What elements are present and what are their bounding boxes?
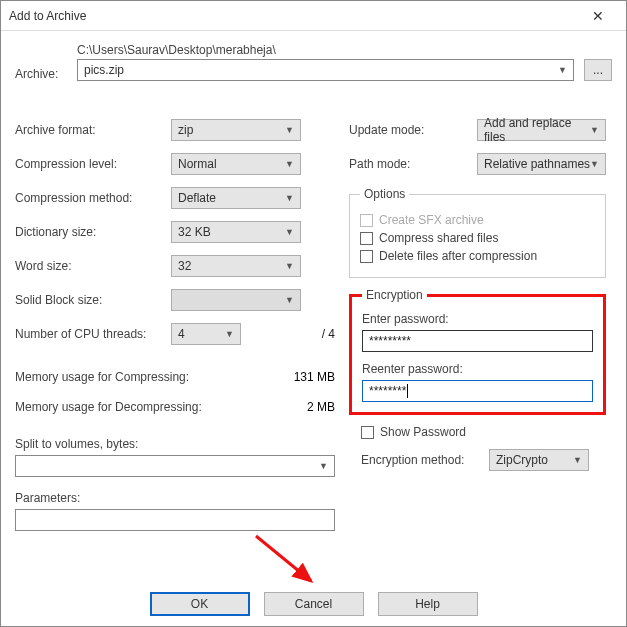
level-select[interactable]: Normal▼ [171, 153, 301, 175]
help-button[interactable]: Help [378, 592, 478, 616]
update-select[interactable]: Add and replace files▼ [477, 119, 606, 141]
word-label: Word size: [15, 259, 171, 273]
path-label: Path mode: [349, 157, 477, 171]
reenter-password-input[interactable]: ******** [362, 380, 593, 402]
mem-decomp-value: 2 MB [307, 400, 335, 414]
checkbox-icon [360, 250, 373, 263]
archive-label: Archive: [15, 67, 67, 81]
delete-checkbox[interactable]: Delete files after compression [360, 249, 595, 263]
chevron-down-icon: ▼ [573, 455, 582, 465]
format-select[interactable]: zip▼ [171, 119, 301, 141]
checkbox-icon [360, 232, 373, 245]
dict-select[interactable]: 32 KB▼ [171, 221, 301, 243]
mem-comp-value: 131 MB [294, 370, 335, 384]
encryption-legend: Encryption [362, 288, 427, 302]
ok-button[interactable]: OK [150, 592, 250, 616]
chevron-down-icon: ▼ [590, 125, 599, 135]
chevron-down-icon: ▼ [285, 227, 294, 237]
cursor-icon [407, 384, 408, 398]
split-select[interactable]: ▼ [15, 455, 335, 477]
archive-filename-select[interactable]: pics.zip ▼ [77, 59, 574, 81]
chevron-down-icon: ▼ [225, 329, 234, 339]
format-label: Archive format: [15, 123, 171, 137]
threads-max: / 4 [322, 327, 335, 341]
sfx-checkbox: Create SFX archive [360, 213, 595, 227]
chevron-down-icon: ▼ [285, 193, 294, 203]
word-select[interactable]: 32▼ [171, 255, 301, 277]
solid-label: Solid Block size: [15, 293, 171, 307]
button-bar: OK Cancel Help [1, 592, 626, 616]
chevron-down-icon: ▼ [285, 125, 294, 135]
reenter-password-label: Reenter password: [362, 362, 593, 376]
encmethod-label: Encryption method: [361, 453, 489, 467]
dialog-window: Add to Archive ✕ Archive: C:\Users\Saura… [0, 0, 627, 627]
chevron-down-icon: ▼ [285, 159, 294, 169]
params-label: Parameters: [15, 491, 335, 505]
show-password-checkbox[interactable]: Show Password [361, 425, 606, 439]
threads-select[interactable]: 4▼ [171, 323, 241, 345]
method-label: Compression method: [15, 191, 171, 205]
method-select[interactable]: Deflate▼ [171, 187, 301, 209]
options-fieldset: Options Create SFX archive Compress shar… [349, 187, 606, 278]
chevron-down-icon: ▼ [285, 261, 294, 271]
chevron-down-icon: ▼ [319, 461, 328, 471]
threads-label: Number of CPU threads: [15, 327, 171, 341]
mem-comp-label: Memory usage for Compressing: [15, 370, 189, 384]
checkbox-icon [361, 426, 374, 439]
mem-decomp-label: Memory usage for Decompressing: [15, 400, 202, 414]
archive-path: C:\Users\Saurav\Desktop\merabheja\ [77, 43, 574, 57]
chevron-down-icon: ▼ [285, 295, 294, 305]
encryption-fieldset: Encryption Enter password: ********* Ree… [349, 288, 606, 415]
enter-password-label: Enter password: [362, 312, 593, 326]
split-label: Split to volumes, bytes: [15, 437, 335, 451]
encmethod-select[interactable]: ZipCrypto▼ [489, 449, 589, 471]
archive-filename: pics.zip [84, 63, 124, 77]
solid-select[interactable]: ▼ [171, 289, 301, 311]
checkbox-icon [360, 214, 373, 227]
password-input[interactable]: ********* [362, 330, 593, 352]
shared-checkbox[interactable]: Compress shared files [360, 231, 595, 245]
dict-label: Dictionary size: [15, 225, 171, 239]
params-input[interactable] [15, 509, 335, 531]
options-legend: Options [360, 187, 409, 201]
cancel-button[interactable]: Cancel [264, 592, 364, 616]
close-icon[interactable]: ✕ [578, 8, 618, 24]
path-select[interactable]: Relative pathnames▼ [477, 153, 606, 175]
level-label: Compression level: [15, 157, 171, 171]
window-title: Add to Archive [9, 9, 578, 23]
chevron-down-icon: ▼ [558, 65, 567, 75]
titlebar: Add to Archive ✕ [1, 1, 626, 31]
chevron-down-icon: ▼ [590, 159, 599, 169]
update-label: Update mode: [349, 123, 477, 137]
browse-button[interactable]: ... [584, 59, 612, 81]
